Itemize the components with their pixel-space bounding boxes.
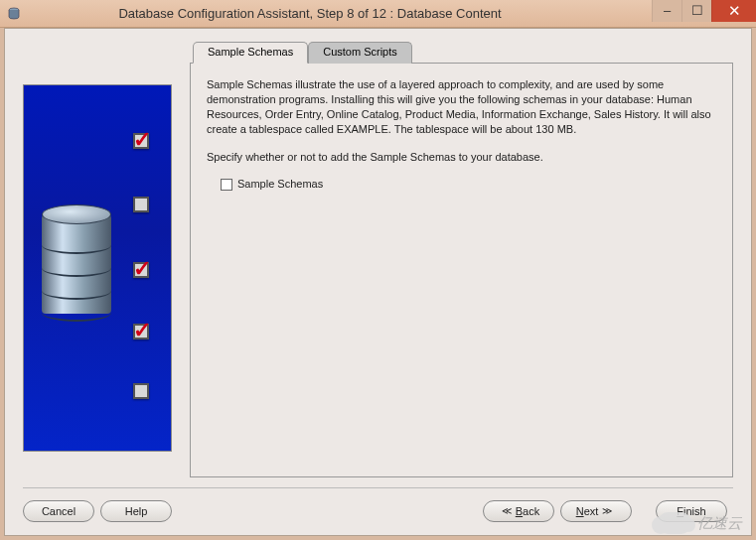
tab-strip: Sample Schemas Custom Scripts <box>193 41 733 63</box>
chevron-left-icon: ≪ <box>502 505 512 516</box>
close-button[interactable]: ✕ <box>711 0 756 22</box>
cloud-icon <box>658 512 691 534</box>
next-text: ext <box>584 505 599 517</box>
watermark: 亿速云 <box>658 512 742 534</box>
back-text: ack <box>523 505 539 517</box>
minimize-button[interactable]: – <box>652 0 681 22</box>
step-indicator <box>133 197 149 212</box>
content-area: Sample Schemas Custom Scripts Sample Sch… <box>190 41 733 477</box>
window-title: Database Configuration Assistant, Step 8… <box>28 6 652 21</box>
help-button[interactable]: Help <box>100 500 172 522</box>
maximize-button[interactable]: ☐ <box>681 0 711 22</box>
cancel-button[interactable]: Cancel <box>23 500 94 522</box>
step-indicator <box>133 133 149 149</box>
database-graphic <box>42 204 111 324</box>
sample-schemas-checkbox[interactable] <box>221 179 232 191</box>
tab-panel-sample-schemas: Sample Schemas illustrate the use of a l… <box>190 63 733 477</box>
wizard-sidebar <box>23 84 172 452</box>
wizard-frame: Sample Schemas Custom Scripts Sample Sch… <box>4 28 752 536</box>
sample-schemas-checkbox-label: Sample Schemas <box>237 177 323 192</box>
specify-text: Specify whether or not to add the Sample… <box>207 150 716 165</box>
step-indicator <box>133 324 149 339</box>
title-bar: Database Configuration Assistant, Step 8… <box>0 0 756 28</box>
back-button[interactable]: ≪ Back <box>483 500 554 522</box>
wizard-footer: Cancel Help ≪ Back Next ≫ Finish <box>23 487 733 523</box>
tab-sample-schemas[interactable]: Sample Schemas <box>193 42 308 64</box>
next-button[interactable]: Next ≫ <box>560 500 632 522</box>
step-indicator <box>133 383 149 399</box>
description-text: Sample Schemas illustrate the use of a l… <box>207 77 716 136</box>
app-icon <box>6 6 22 22</box>
chevron-right-icon: ≫ <box>602 505 612 516</box>
tab-custom-scripts[interactable]: Custom Scripts <box>308 42 412 64</box>
step-indicator <box>133 262 149 278</box>
